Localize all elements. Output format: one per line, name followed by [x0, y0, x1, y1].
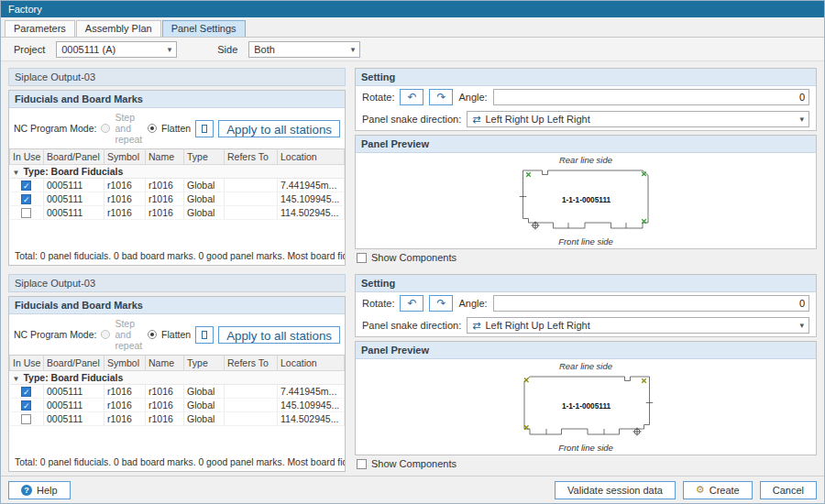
- col-board-panel[interactable]: Board/Panel: [44, 149, 104, 165]
- show-components-label: Show Components: [371, 252, 456, 263]
- side-value: Both: [254, 44, 346, 55]
- setting-panel-header: Setting: [356, 275, 816, 292]
- station-title: Siplace Output-03: [8, 274, 346, 292]
- apply-to-all-stations-button[interactable]: Apply to all stations: [218, 326, 340, 344]
- board-id-label: 1-1-1-0005111: [561, 196, 610, 204]
- project-value: 0005111 (A): [61, 44, 162, 55]
- apply-to-all-stations-button[interactable]: Apply to all stations: [218, 120, 340, 137]
- tab-panel-settings[interactable]: Panel Settings: [162, 20, 246, 37]
- rotate-left-icon: ↶: [407, 91, 416, 104]
- station-options-button[interactable]: [195, 326, 214, 344]
- table-row[interactable]: 0005111 r1016 r1016 Global 145.109945...: [10, 399, 345, 412]
- front-line-side-label: Front line side: [558, 443, 613, 453]
- col-symbol[interactable]: Symbol: [104, 356, 146, 371]
- side-dropdown[interactable]: Both ▾: [248, 41, 360, 58]
- in-use-checkbox[interactable]: [21, 387, 31, 397]
- flatten-radio[interactable]: [148, 124, 157, 133]
- station-options-button[interactable]: [195, 120, 214, 137]
- col-location[interactable]: Location: [278, 356, 345, 371]
- in-use-checkbox[interactable]: [21, 414, 31, 424]
- flatten-label: Flatten: [161, 123, 191, 134]
- col-symbol[interactable]: Symbol: [104, 149, 146, 165]
- rotate-right-button[interactable]: ↷: [429, 295, 453, 312]
- group-row[interactable]: ▼Type: Board Fiducials: [10, 371, 345, 385]
- table-row[interactable]: 0005111 r1016 r1016 Global 145.109945...: [10, 192, 345, 206]
- tab-assembly-plan[interactable]: Assembly Plan: [76, 20, 161, 37]
- station-section-1: Siplace Output-03 Fiducials and Board Ma…: [8, 68, 817, 266]
- collapse-arrow-icon: ▼: [13, 375, 20, 383]
- table-row[interactable]: 0005111 r1016 r1016 Global 7.441945m...: [10, 179, 345, 192]
- totals-status-text: Total: 0 panel fiducials. 0 bad board ma…: [9, 247, 345, 265]
- side-label: Side: [217, 44, 237, 55]
- tab-parameters[interactable]: Parameters: [5, 20, 75, 37]
- table-header-row: In Use Board/Panel Symbol Name Type Refe…: [10, 149, 345, 165]
- factory-window: Factory Parameters Assembly Plan Panel S…: [0, 0, 825, 504]
- station-title: Siplace Output-03: [8, 68, 346, 86]
- create-button-label: Create: [710, 485, 740, 496]
- show-components-checkbox[interactable]: [357, 253, 367, 263]
- tab-bar: Parameters Assembly Plan Panel Settings: [1, 17, 824, 38]
- col-in-use[interactable]: In Use: [10, 356, 44, 371]
- angle-input[interactable]: [493, 89, 809, 105]
- snake-direction-icon: ⇄: [472, 320, 480, 332]
- fiducials-panel-header: Fiducials and Board Marks: [9, 91, 345, 108]
- table-row[interactable]: 0005111 r1016 r1016 Global 114.502945...: [10, 412, 345, 426]
- main-content: Siplace Output-03 Fiducials and Board Ma…: [1, 61, 824, 476]
- chevron-down-icon: ▾: [168, 45, 172, 54]
- nc-program-mode-label: NC Program Mode:: [14, 329, 96, 340]
- window-title-bar: Factory: [1, 1, 824, 17]
- fiducials-table: In Use Board/Panel Symbol Name Type Refe…: [9, 355, 345, 426]
- col-name[interactable]: Name: [146, 149, 184, 165]
- col-location[interactable]: Location: [278, 149, 345, 165]
- rotate-left-button[interactable]: ↶: [400, 295, 424, 312]
- table-row[interactable]: 0005111 r1016 r1016 Global 7.441945m...: [10, 385, 345, 399]
- step-and-repeat-radio[interactable]: [101, 330, 110, 339]
- station-1-right-column: Setting Rotate: ↶ ↷ Angle: Panel snake d…: [355, 68, 817, 266]
- project-label: Project: [14, 44, 45, 55]
- setting-panel: Setting Rotate: ↶ ↷ Angle: Panel snake d…: [355, 68, 817, 131]
- col-refers-to[interactable]: Refers To: [225, 149, 278, 165]
- station-2-left-column: Siplace Output-03 Fiducials and Board Ma…: [8, 274, 346, 472]
- snake-direction-dropdown[interactable]: ⇄ Left Right Up Left Right ▾: [467, 111, 809, 127]
- in-use-checkbox[interactable]: [21, 400, 31, 411]
- col-type[interactable]: Type: [184, 149, 225, 165]
- totals-status-text: Total: 0 panel fiducials. 0 bad board ma…: [9, 454, 345, 471]
- in-use-checkbox[interactable]: [21, 208, 31, 218]
- rotate-right-button[interactable]: ↷: [429, 89, 453, 105]
- col-in-use[interactable]: In Use: [10, 149, 44, 165]
- col-name[interactable]: Name: [146, 356, 184, 371]
- col-board-panel[interactable]: Board/Panel: [44, 356, 104, 371]
- in-use-checkbox[interactable]: [21, 181, 31, 191]
- rotate-left-icon: ↶: [407, 297, 416, 310]
- col-refers-to[interactable]: Refers To: [225, 356, 278, 371]
- help-button[interactable]: ? Help: [8, 481, 71, 499]
- rotate-left-button[interactable]: ↶: [400, 89, 424, 105]
- chevron-down-icon: ▾: [351, 45, 356, 54]
- flatten-radio[interactable]: [148, 330, 157, 339]
- panel-preview: Panel Preview Rear line side: [355, 341, 817, 455]
- nc-program-mode-row: NC Program Mode: Step and repeat Flatten…: [9, 314, 345, 355]
- project-dropdown[interactable]: 0005111 (A) ▾: [56, 41, 177, 58]
- create-button[interactable]: ⚙ Create: [683, 481, 753, 499]
- station-2-right-column: Setting Rotate: ↶ ↷ Angle: Panel snake d…: [355, 274, 817, 472]
- col-type[interactable]: Type: [184, 356, 225, 371]
- grid-icon: [202, 331, 207, 339]
- angle-input[interactable]: [493, 295, 809, 312]
- panel-preview-canvas: Rear line side: [356, 359, 816, 455]
- show-components-row: Show Components: [355, 455, 817, 472]
- nc-program-mode-row: NC Program Mode: Step and repeat Flatten…: [9, 108, 345, 148]
- fiducials-panel-header: Fiducials and Board Marks: [9, 297, 345, 314]
- show-components-checkbox[interactable]: [357, 459, 367, 469]
- rear-line-side-label: Rear line side: [559, 155, 612, 165]
- snake-direction-dropdown[interactable]: ⇄ Left Right Up Left Right ▾: [467, 317, 809, 334]
- footer-bar: ? Help Validate session data ⚙ Create Ca…: [1, 476, 824, 503]
- panel-preview: Panel Preview Rear line side: [355, 135, 817, 249]
- table-row[interactable]: 0005111 r1016 r1016 Global 114.502945...: [10, 206, 345, 220]
- validate-session-data-button[interactable]: Validate session data: [555, 481, 676, 499]
- cancel-button[interactable]: Cancel: [760, 481, 817, 499]
- in-use-checkbox[interactable]: [21, 194, 31, 204]
- group-row[interactable]: ▼Type: Board Fiducials: [10, 165, 345, 179]
- step-and-repeat-radio[interactable]: [101, 124, 110, 133]
- window-title: Factory: [8, 4, 42, 15]
- rotate-label: Rotate:: [362, 92, 394, 103]
